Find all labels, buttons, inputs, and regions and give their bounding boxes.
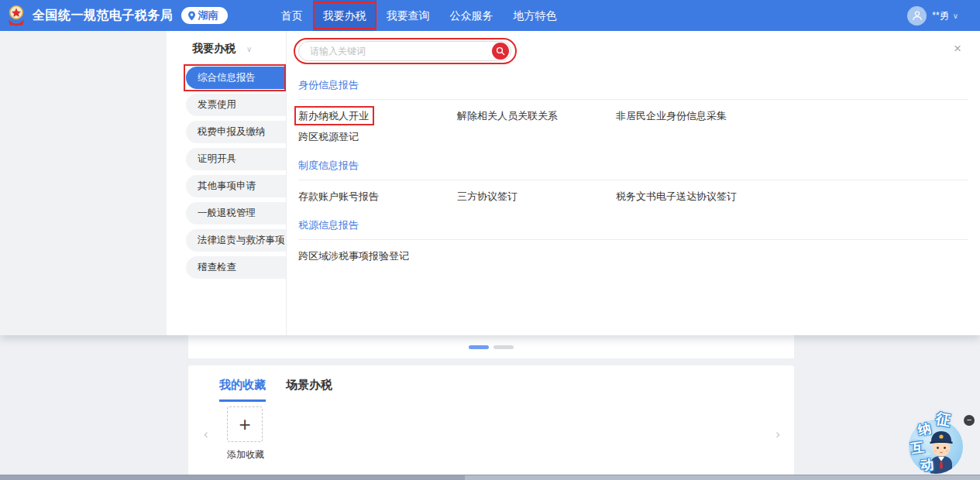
chevron-right-icon[interactable]: › xyxy=(775,427,780,442)
sidebar-item-certificate-issuance[interactable]: 证明开具 xyxy=(186,148,286,170)
nav-wo-yao-ban-shui[interactable]: 我要办税 xyxy=(313,0,377,31)
link-label: 新办纳税人开业 xyxy=(298,110,369,122)
tab-scenario-tax[interactable]: 场景办税 xyxy=(286,378,332,402)
chevron-down-icon: ∨ xyxy=(246,45,252,53)
sidebar-title: 我要办税∨ xyxy=(167,42,286,56)
link-tripartite-agreement[interactable]: 三方协议签订 xyxy=(457,190,518,203)
add-favorite-label: 添加收藏 xyxy=(227,448,264,461)
user-name: **勇 xyxy=(932,9,948,22)
sidebar-item-label: 综合信息报告 xyxy=(198,72,256,83)
top-header: 全国统一规范电子税务局 湖南 首页 我要办税 我要查询 公众服务 地方特色 **… xyxy=(0,0,980,31)
user-menu[interactable]: **勇 ∨ xyxy=(907,6,958,26)
sidebar-item-comprehensive-info-report[interactable]: 综合信息报告 xyxy=(186,67,286,89)
sidebar-item-tax-declaration-payment[interactable]: 税费申报及缴纳 xyxy=(186,121,286,143)
carousel-dot-active[interactable] xyxy=(469,345,489,349)
sidebar-item-invoice-use[interactable]: 发票使用 xyxy=(186,94,286,116)
section-title-system-info: 制度信息报告 xyxy=(298,159,980,173)
link-deposit-account-report[interactable]: 存款账户账号报告 xyxy=(298,190,379,203)
sidebar-title-label: 我要办税 xyxy=(192,42,236,54)
nav-wo-yao-cha-xun[interactable]: 我要查询 xyxy=(377,0,440,31)
overlay-dim-area xyxy=(0,31,167,335)
location-label: 湖南 xyxy=(198,9,218,22)
favorites-tabs: 我的收藏 场景办税 xyxy=(188,365,794,402)
plus-icon: + xyxy=(239,413,250,437)
user-avatar xyxy=(907,6,927,26)
link-remove-related-person[interactable]: 解除相关人员关联关系 xyxy=(457,109,558,122)
mascot-minimize-button[interactable]: − xyxy=(964,415,975,426)
link-new-taxpayer-opening[interactable]: 新办纳税人开业 xyxy=(298,109,369,122)
tax-bureau-emblem-icon xyxy=(6,5,26,26)
chevron-down-icon: ∨ xyxy=(953,12,958,20)
divider xyxy=(298,99,968,100)
carousel-bottom-strip xyxy=(188,335,794,358)
mascot-char-dong: 动 xyxy=(920,455,934,474)
search-input[interactable] xyxy=(298,41,511,61)
link-cross-region-tax-matters-registration[interactable]: 跨区域涉税事项报验登记 xyxy=(298,249,409,262)
add-favorite: + 添加收藏 xyxy=(227,406,264,461)
mascot-char-hu: 互 xyxy=(910,438,925,458)
search-box xyxy=(298,41,511,61)
link-nonresident-identity-collection[interactable]: 非居民企业身份信息采集 xyxy=(616,109,727,122)
sidebar-item-legal-liability-relief[interactable]: 法律追责与救济事项 xyxy=(186,229,286,252)
location-selector[interactable]: 湖南 xyxy=(181,7,228,24)
close-icon[interactable]: × xyxy=(954,42,961,55)
site-title: 全国统一规范电子税务局 xyxy=(33,8,174,24)
sidebar-item-other-applications[interactable]: 其他事项申请 xyxy=(186,175,286,197)
section-title-tax-source-info: 税源信息报告 xyxy=(298,218,980,232)
link-grid-tax-source: 跨区域涉税事项报验登记 xyxy=(298,249,980,262)
link-grid-identity: 新办纳税人开业 解除相关人员关联关系 非居民企业身份信息采集 跨区税源登记 xyxy=(298,109,980,143)
section-title-identity-info: 身份信息报告 xyxy=(298,78,980,92)
nav-label: 我要办税 xyxy=(323,9,366,22)
search-icon xyxy=(496,46,505,56)
favorites-body: ‹ + 添加收藏 › xyxy=(188,402,794,473)
user-icon xyxy=(912,10,923,21)
mega-menu-sidebar: 我要办税∨ 综合信息报告 发票使用 税费申报及缴纳 证明开具 其他事项申请 一般… xyxy=(167,31,287,335)
main-nav: 首页 我要办税 我要查询 公众服务 地方特色 xyxy=(271,0,567,31)
divider xyxy=(298,239,968,240)
link-electronic-delivery-agreement[interactable]: 税务文书电子送达协议签订 xyxy=(616,190,737,203)
horizontal-scrollbar[interactable] xyxy=(0,475,980,480)
location-pin-icon xyxy=(187,11,196,21)
carousel-dot[interactable] xyxy=(493,345,514,349)
add-favorite-button[interactable]: + xyxy=(227,406,263,442)
sidebar-item-audit-inspection[interactable]: 稽查检查 xyxy=(186,256,286,279)
search-button[interactable] xyxy=(492,43,509,60)
mega-menu-content: 身份信息报告 新办纳税人开业 解除相关人员关联关系 非居民企业身份信息采集 跨区… xyxy=(287,31,980,335)
sidebar-item-general-tax-refund[interactable]: 一般退税管理 xyxy=(186,202,286,225)
interaction-mascot-widget[interactable]: 征 纳 互 动 − xyxy=(892,408,978,478)
mega-menu-panel: 我要办税∨ 综合信息报告 发票使用 税费申报及缴纳 证明开具 其他事项申请 一般… xyxy=(0,31,980,335)
nav-home[interactable]: 首页 xyxy=(271,0,313,31)
link-grid-system: 存款账户账号报告 三方协议签订 税务文书电子送达协议签订 xyxy=(298,190,980,203)
divider xyxy=(298,180,968,180)
tab-my-favorites[interactable]: 我的收藏 xyxy=(219,378,266,402)
favorites-card: 我的收藏 场景办税 ‹ + 添加收藏 › xyxy=(188,365,794,475)
nav-public-services[interactable]: 公众服务 xyxy=(440,0,504,31)
scrollbar-thumb[interactable] xyxy=(0,475,465,480)
link-cross-region-tax-source-registration[interactable]: 跨区税源登记 xyxy=(298,130,359,143)
chevron-left-icon[interactable]: ‹ xyxy=(204,427,208,442)
nav-local-features[interactable]: 地方特色 xyxy=(504,0,567,31)
